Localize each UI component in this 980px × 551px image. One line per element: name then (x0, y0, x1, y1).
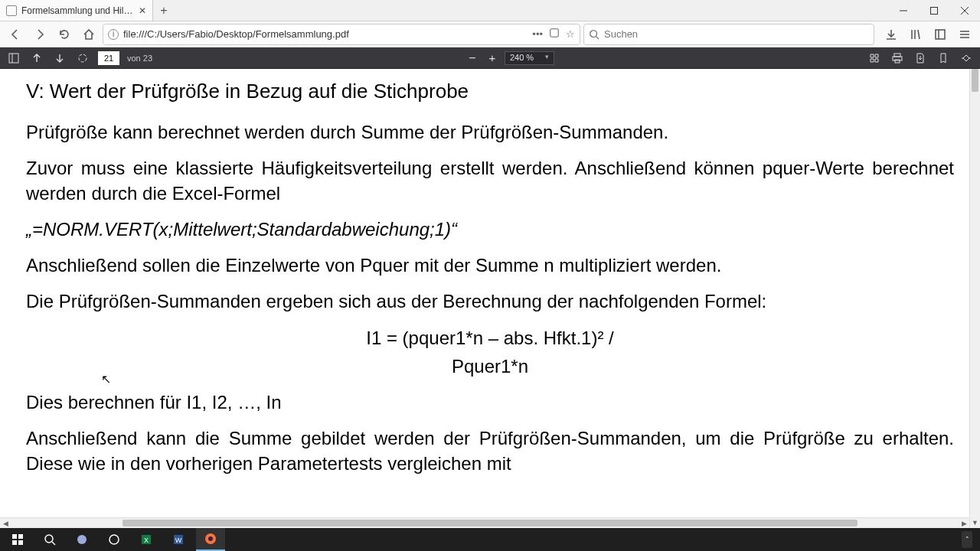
scroll-left-button[interactable]: ◀ (0, 518, 11, 528)
doc-formula: I1 = (pquer1*n – abs. Hfkt.1)² / (26, 325, 954, 350)
taskbar-app-icon[interactable] (67, 528, 96, 551)
windows-taskbar: X W ˄ (0, 528, 980, 551)
horizontal-scrollbar[interactable]: ◀ ▶ (0, 517, 969, 528)
search-bar[interactable] (583, 24, 874, 45)
tray-overflow-icon[interactable]: ˄ (962, 531, 972, 548)
home-button[interactable] (78, 24, 100, 45)
svg-rect-18 (12, 534, 17, 539)
svg-rect-20 (12, 540, 17, 545)
svg-point-14 (79, 54, 87, 62)
menu-button[interactable] (954, 24, 975, 45)
doc-paragraph: Anschließend sollen die Einzelwerte von … (26, 253, 954, 278)
zoom-select[interactable]: 240 % (505, 51, 554, 65)
loading-spinner-icon (75, 51, 90, 66)
doc-paragraph: Die Prüfgrößen-Summanden ergeben sich au… (26, 289, 954, 314)
scroll-thumb-h[interactable] (122, 520, 858, 527)
pdf-page-content: V: Wert der Prüfgröße in Bezug auf die S… (0, 69, 980, 502)
svg-point-22 (45, 535, 53, 543)
svg-line-6 (596, 36, 599, 39)
svg-point-5 (590, 30, 597, 37)
reload-button[interactable] (54, 24, 75, 45)
svg-line-23 (52, 542, 55, 545)
ellipsis-icon[interactable]: ••• (532, 28, 543, 40)
doc-paragraph: Anschließend kann die Summe gebildet wer… (26, 425, 954, 476)
browser-titlebar: Formelsammlung und Hilfsmittel S… ✕ + (0, 0, 980, 21)
doc-paragraph: Dies berechnen für I1, I2, …, In (26, 390, 954, 415)
presentation-button[interactable] (867, 51, 882, 66)
download-pdf-button[interactable] (913, 51, 928, 66)
pdf-favicon-icon (6, 5, 17, 16)
search-input[interactable] (604, 28, 869, 40)
bookmark-button[interactable] (936, 51, 951, 66)
url-bar[interactable]: i file:///C:/Users/Fabio/Desktop/Formels… (103, 24, 580, 45)
svg-rect-12 (9, 54, 18, 63)
svg-rect-4 (550, 29, 559, 37)
info-icon[interactable]: i (108, 29, 119, 40)
zoom-out-button[interactable]: − (465, 51, 480, 66)
browser-tab[interactable]: Formelsammlung und Hilfsmittel S… ✕ (0, 0, 153, 21)
svg-rect-1 (931, 7, 938, 14)
browser-navbar: i file:///C:/Users/Fabio/Desktop/Formels… (0, 21, 980, 47)
bookmark-star-icon[interactable]: ☆ (566, 28, 575, 40)
maximize-button[interactable] (919, 0, 949, 21)
forward-button[interactable] (29, 24, 51, 45)
close-window-button[interactable] (949, 0, 980, 21)
svg-rect-7 (936, 30, 945, 39)
minimize-button[interactable] (888, 0, 919, 21)
doc-formula: Pquer1*n (26, 354, 954, 379)
vertical-scrollbar[interactable]: ▲ ▼ (969, 69, 980, 528)
print-button[interactable] (890, 51, 905, 66)
svg-text:W: W (175, 536, 182, 544)
svg-rect-21 (18, 540, 23, 545)
scroll-thumb-v[interactable] (972, 69, 978, 92)
scroll-down-button[interactable]: ▼ (970, 517, 980, 528)
svg-rect-19 (18, 534, 23, 539)
svg-point-24 (77, 535, 87, 544)
doc-formula: „=NORM.VERT(x;Mittelwert;Standardabweich… (26, 217, 954, 242)
search-taskbar-button[interactable] (35, 528, 64, 551)
scroll-right-button[interactable]: ▶ (959, 518, 969, 528)
back-button[interactable] (5, 24, 26, 45)
tools-button[interactable] (959, 51, 974, 66)
pdf-toolbar: von 23 − + 240 % (0, 47, 980, 69)
pdf-viewport[interactable]: V: Wert der Prüfgröße in Bezug auf die S… (0, 69, 980, 528)
url-text: file:///C:/Users/Fabio/Desktop/Formelsam… (123, 28, 528, 40)
firefox-taskbar-icon[interactable] (196, 528, 225, 551)
svg-rect-15 (894, 54, 900, 57)
downloads-button[interactable] (880, 24, 902, 45)
page-up-button[interactable] (29, 51, 44, 66)
page-total-label: von 23 (127, 54, 152, 63)
doc-paragraph: Zuvor muss eine klassierte Häufigkeitsve… (26, 155, 954, 206)
svg-text:X: X (144, 536, 149, 544)
sidebar-button[interactable] (929, 24, 951, 45)
library-button[interactable] (905, 24, 926, 45)
taskbar-app-icon[interactable] (100, 528, 129, 551)
new-tab-button[interactable]: + (153, 0, 175, 21)
excel-taskbar-icon[interactable]: X (132, 528, 161, 551)
doc-paragraph: Prüfgröße kann berechnet werden durch Su… (26, 119, 954, 145)
tab-title: Formelsammlung und Hilfsmittel S… (21, 5, 133, 16)
svg-point-25 (109, 535, 119, 544)
reader-mode-icon[interactable] (549, 28, 560, 41)
close-tab-button[interactable]: ✕ (138, 5, 146, 16)
word-taskbar-icon[interactable]: W (164, 528, 193, 551)
search-icon (589, 29, 599, 40)
start-button[interactable] (3, 528, 32, 551)
page-down-button[interactable] (52, 51, 67, 66)
doc-heading: V: Wert der Prüfgröße in Bezug auf die S… (26, 78, 954, 106)
svg-point-31 (208, 536, 213, 541)
toggle-sidebar-button[interactable] (6, 51, 21, 66)
window-controls (888, 0, 980, 21)
page-number-input[interactable] (98, 51, 119, 65)
zoom-in-button[interactable]: + (485, 51, 500, 66)
system-tray[interactable]: ˄ (962, 531, 977, 548)
